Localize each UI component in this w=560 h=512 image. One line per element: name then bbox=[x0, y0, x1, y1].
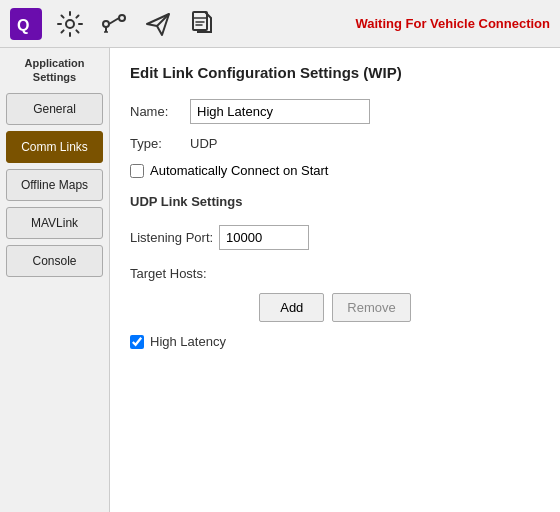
connection-status: Waiting For Vehicle Connection bbox=[355, 16, 550, 31]
send-icon[interactable] bbox=[142, 8, 174, 40]
high-latency-row: High Latency bbox=[130, 334, 540, 349]
type-label: Type: bbox=[130, 136, 190, 151]
content-area: Edit Link Configuration Settings (WIP) N… bbox=[110, 48, 560, 512]
sidebar-item-general[interactable]: General bbox=[6, 93, 103, 125]
buttons-row: Add Remove bbox=[130, 293, 540, 322]
sidebar-item-comm-links[interactable]: Comm Links bbox=[6, 131, 103, 163]
listening-port-label: Listening Port: bbox=[130, 230, 213, 245]
app-icon[interactable]: Q bbox=[10, 8, 42, 40]
sidebar-item-offline-maps[interactable]: Offline Maps bbox=[6, 169, 103, 201]
remove-button[interactable]: Remove bbox=[332, 293, 410, 322]
listening-port-input[interactable] bbox=[219, 225, 309, 250]
sidebar-item-console[interactable]: Console bbox=[6, 245, 103, 277]
name-row: Name: bbox=[130, 99, 540, 124]
type-value: UDP bbox=[190, 136, 217, 151]
toolbar-icons: Q bbox=[10, 8, 218, 40]
svg-point-2 bbox=[66, 20, 74, 28]
svg-point-3 bbox=[103, 21, 109, 27]
add-button[interactable]: Add bbox=[259, 293, 324, 322]
sidebar-title: Application Settings bbox=[6, 56, 103, 85]
high-latency-checkbox[interactable] bbox=[130, 335, 144, 349]
listening-port-row: Listening Port: bbox=[130, 225, 540, 250]
auto-connect-label: Automatically Connect on Start bbox=[150, 163, 328, 178]
name-label: Name: bbox=[130, 104, 190, 119]
settings-icon[interactable] bbox=[54, 8, 86, 40]
connection-icon[interactable] bbox=[98, 8, 130, 40]
name-input[interactable] bbox=[190, 99, 370, 124]
document-icon[interactable] bbox=[186, 8, 218, 40]
sidebar-item-mavlink[interactable]: MAVLink bbox=[6, 207, 103, 239]
svg-text:Q: Q bbox=[17, 17, 29, 34]
svg-rect-5 bbox=[193, 12, 207, 30]
type-row: Type: UDP bbox=[130, 136, 540, 151]
high-latency-label: High Latency bbox=[150, 334, 226, 349]
svg-point-4 bbox=[119, 15, 125, 21]
auto-connect-checkbox[interactable] bbox=[130, 164, 144, 178]
toolbar: Q bbox=[0, 0, 560, 48]
sidebar: Application Settings General Comm Links … bbox=[0, 48, 110, 512]
page-title: Edit Link Configuration Settings (WIP) bbox=[130, 64, 540, 81]
udp-section-header: UDP Link Settings bbox=[130, 194, 540, 209]
auto-connect-row: Automatically Connect on Start bbox=[130, 163, 540, 178]
target-hosts-label: Target Hosts: bbox=[130, 266, 540, 281]
main-layout: Application Settings General Comm Links … bbox=[0, 48, 560, 512]
